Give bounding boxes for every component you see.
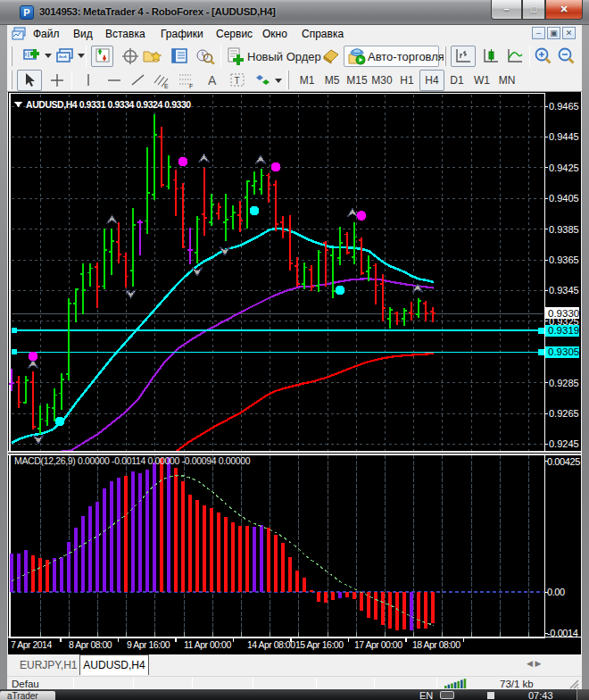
svg-text:17 Apr 00:00: 17 Apr 00:00: [354, 639, 402, 650]
svg-text:0.9285: 0.9285: [549, 378, 579, 388]
svg-text:9 Apr 16:00: 9 Apr 16:00: [127, 639, 170, 650]
svg-text:MACD(12,26,9) 0.00000 -0.00114: MACD(12,26,9) 0.00000 -0.00114 0.00000 -…: [14, 455, 251, 466]
svg-text:11 Apr 00:00: 11 Apr 00:00: [184, 639, 231, 650]
svg-text:7 Apr 2014: 7 Apr 2014: [11, 639, 52, 650]
svg-text:0.9319: 0.9319: [548, 325, 579, 336]
svg-text:AUDUSD,H4 0.9331 0.9334 0.932: AUDUSD,H4 0.9331 0.9334 0.9324 0.9330: [26, 99, 191, 110]
svg-text:14 Apr 08:00: 14 Apr 08:00: [247, 639, 295, 650]
svg-text:E: E: [164, 83, 169, 89]
svg-text:0.9385: 0.9385: [549, 224, 579, 235]
svg-text:18 Apr 08:00: 18 Apr 08:00: [412, 639, 460, 650]
svg-text:0.00: 0.00: [547, 587, 565, 597]
svg-text:0.00425: 0.00425: [547, 456, 580, 467]
svg-text:0.9305: 0.9305: [548, 346, 579, 357]
svg-text:8 Apr 08:00: 8 Apr 08:00: [69, 639, 112, 650]
svg-text:0.9445: 0.9445: [549, 131, 579, 142]
svg-text:F: F: [189, 83, 193, 89]
svg-text:0.9245: 0.9245: [549, 438, 579, 449]
svg-text:0.9345: 0.9345: [549, 285, 579, 296]
svg-text:0.9465: 0.9465: [549, 101, 579, 112]
svg-text:0.9365: 0.9365: [549, 254, 579, 265]
svg-text:0.9265: 0.9265: [549, 408, 579, 419]
svg-text:0.9330: 0.9330: [548, 308, 579, 319]
svg-text:15 Apr 16:00: 15 Apr 16:00: [295, 639, 344, 650]
svg-text:0.9425: 0.9425: [549, 162, 579, 173]
svg-text:0.9405: 0.9405: [549, 193, 579, 204]
svg-text:T: T: [235, 76, 240, 86]
